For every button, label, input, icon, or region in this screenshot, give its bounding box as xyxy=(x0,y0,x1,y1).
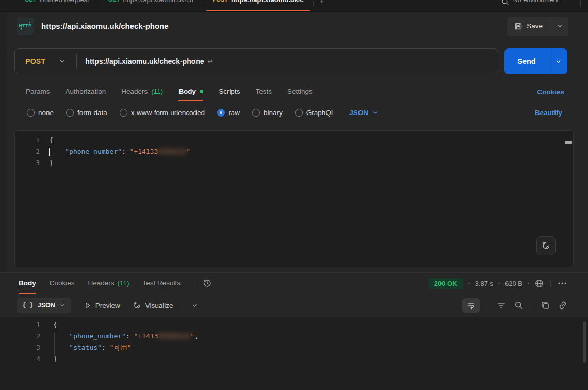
wrap-text-button[interactable] xyxy=(462,298,480,313)
filter-icon[interactable] xyxy=(497,301,506,310)
tab-label: Headers xyxy=(121,88,148,95)
workspace-tab-strip: GET Untitled Request GET https://api.xia… xyxy=(0,0,588,12)
view-options-button[interactable] xyxy=(191,302,198,309)
viewer-scrollbar-thumb[interactable] xyxy=(583,321,586,363)
body-mode-row: none form-data x-www-form-urlencoded raw… xyxy=(6,101,588,124)
tab-headers[interactable]: Headers(11) xyxy=(121,83,163,101)
chevron-down-icon xyxy=(557,23,563,29)
postbot-button[interactable] xyxy=(536,236,556,255)
mode-none[interactable]: none xyxy=(27,109,54,117)
arrow-left-icon xyxy=(21,29,30,29)
mode-label: binary xyxy=(264,109,283,117)
scrollbar-thumb[interactable] xyxy=(565,141,572,144)
cookies-link[interactable]: Cookies xyxy=(537,88,564,96)
redacted-phone-digits: 5550123 xyxy=(158,148,186,155)
mode-label: GraphQL xyxy=(306,109,335,117)
request-body-editor[interactable]: 1{ 2 "phone_number": "+141335550123" 3} xyxy=(14,130,574,267)
request-tab-2[interactable]: GET https://api.xiaomu.uk/ch xyxy=(99,0,203,12)
request-tab-title: https://api.xiaomu.uk/c xyxy=(231,0,304,3)
response-body-viewer[interactable]: 1{ 2 "phone_number": "+141335550123", 3 … xyxy=(0,317,588,390)
environment-selector[interactable]: No environment xyxy=(513,0,559,4)
response-tab-cookies[interactable]: Cookies xyxy=(50,273,75,294)
body-modified-dot xyxy=(200,90,203,93)
line-number: 1 xyxy=(15,135,40,146)
response-header-row: Body Cookies Headers(11) Test Results 20… xyxy=(0,273,588,294)
response-size[interactable]: 620 B xyxy=(505,280,522,287)
visualize-button[interactable]: Visualize xyxy=(133,301,173,310)
request-title[interactable]: https://api.xiaomu.uk/check-phone xyxy=(41,22,169,30)
tab-settings[interactable]: Settings xyxy=(287,83,313,101)
viewer-line-1: 1{ xyxy=(0,319,588,331)
line-number: 3 xyxy=(0,342,40,353)
mode-graphql[interactable]: GraphQL xyxy=(295,109,335,117)
headers-count: (11) xyxy=(118,279,129,287)
response-meta: 200 OK 3.87 s 620 B xyxy=(429,273,567,294)
network-globe-icon[interactable] xyxy=(534,279,544,288)
response-format-selector[interactable]: { } JSON xyxy=(17,298,71,313)
save-icon xyxy=(514,22,522,30)
mode-form-data[interactable]: form-data xyxy=(66,109,107,117)
send-button[interactable]: Send xyxy=(504,48,549,74)
viewer-actions xyxy=(462,298,567,313)
search-icon[interactable] xyxy=(501,0,509,6)
tab-scripts[interactable]: Scripts xyxy=(219,83,240,101)
new-tab-button[interactable]: + xyxy=(314,0,331,4)
save-button[interactable]: Save xyxy=(507,17,551,36)
request-tab-1[interactable]: GET Untitled Request xyxy=(15,0,99,12)
more-options-icon[interactable] xyxy=(557,279,567,288)
tab-body[interactable]: Body xyxy=(178,83,203,101)
save-options-button[interactable] xyxy=(551,17,568,36)
method-selector[interactable]: POST xyxy=(15,57,76,66)
request-tabs-row: Params Authorization Headers(11) Body Sc… xyxy=(6,83,588,101)
tab-label: Tests xyxy=(255,88,272,95)
response-section: Body Cookies Headers(11) Test Results 20… xyxy=(0,272,588,390)
save-button-group: Save xyxy=(507,17,568,36)
mode-raw-selected[interactable]: raw xyxy=(217,109,240,117)
url-input[interactable]: https://api.xiaomu.uk/check-phone xyxy=(85,57,204,66)
tab-authorization[interactable]: Authorization xyxy=(66,83,106,101)
response-tab-test-results[interactable]: Test Results xyxy=(143,273,181,294)
status-badge[interactable]: 200 OK xyxy=(429,278,463,289)
language-selector[interactable]: JSON xyxy=(349,109,379,117)
arrow-right-icon xyxy=(21,23,30,23)
radio-selected-icon xyxy=(217,109,225,117)
search-icon[interactable] xyxy=(514,301,524,310)
response-history-button[interactable] xyxy=(203,279,212,288)
chevron-down-icon xyxy=(555,58,562,65)
mode-binary[interactable]: binary xyxy=(252,109,283,117)
mode-label: none xyxy=(38,109,54,117)
beautify-link[interactable]: Beautify xyxy=(535,109,562,117)
response-tab-body[interactable]: Body xyxy=(19,273,36,294)
copy-icon[interactable] xyxy=(541,301,550,310)
http-request-icon: HTTP xyxy=(17,18,34,35)
mode-label: raw xyxy=(228,109,240,117)
language-selected-value: JSON xyxy=(349,109,368,117)
collapsed-sidebar-rail[interactable] xyxy=(0,12,6,272)
radio-icon xyxy=(27,109,35,117)
method-selected-value: POST xyxy=(25,57,45,66)
radio-icon xyxy=(120,109,127,117)
mode-x-www-form-urlencoded[interactable]: x-www-form-urlencoded xyxy=(120,109,205,117)
meta-separator-dot xyxy=(498,283,500,284)
url-divider xyxy=(76,54,77,69)
format-selected-value: JSON xyxy=(38,302,55,309)
redacted-phone-digits: 35550123 xyxy=(158,332,191,340)
line-number: 2 xyxy=(0,331,40,342)
headers-count: (11) xyxy=(151,88,163,95)
tab-params[interactable]: Params xyxy=(26,83,50,101)
url-row: POST https://api.xiaomu.uk/check-phone ↵… xyxy=(6,40,588,83)
braces-icon: { } xyxy=(22,302,34,309)
viewer-line-3: 3 "status": "可用" xyxy=(0,342,588,353)
tab-label: Scripts xyxy=(219,88,240,95)
editor-line-3: 3} xyxy=(15,157,573,169)
link-icon[interactable] xyxy=(558,301,567,310)
response-tab-headers[interactable]: Headers(11) xyxy=(88,273,129,294)
editor-scrollbar[interactable] xyxy=(563,131,573,267)
meta-separator-dot xyxy=(468,283,470,284)
tab-tests[interactable]: Tests xyxy=(255,83,272,101)
send-options-button[interactable] xyxy=(549,48,567,74)
request-tab-3-active[interactable]: POST https://api.xiaomu.uk/c xyxy=(203,0,313,12)
response-time[interactable]: 3.87 s xyxy=(475,280,493,287)
preview-button[interactable]: Preview xyxy=(84,302,120,310)
rail-divider xyxy=(0,57,6,57)
